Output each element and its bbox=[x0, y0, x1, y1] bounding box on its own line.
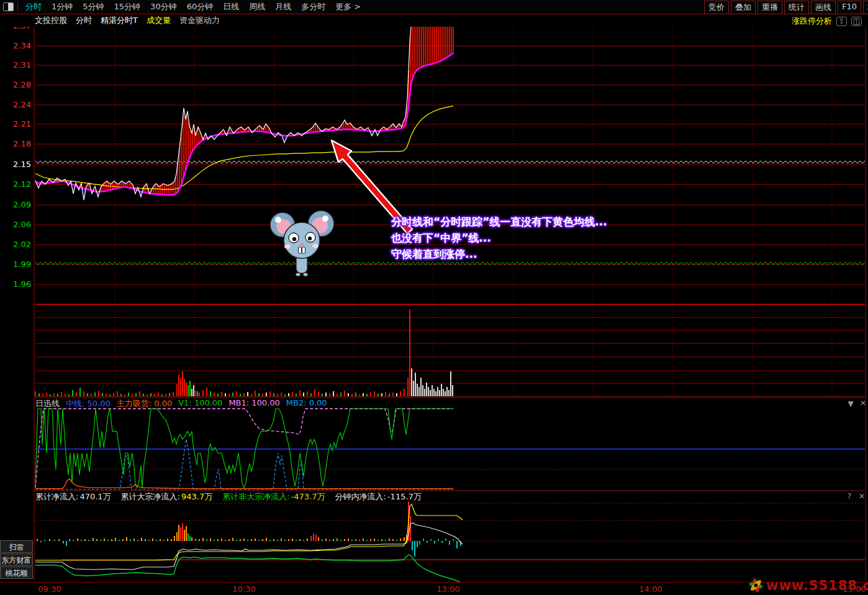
annotation-line: 也没有下“中界”线... bbox=[391, 230, 607, 246]
toolbar2-items: 文投控股分时精湛分时T成交量资金驱动力 bbox=[26, 15, 220, 26]
top-menu-right-item[interactable]: 画线 bbox=[811, 1, 836, 14]
top-menu-left: 分时1分钟5分钟15分钟30分钟60分钟日线周线月线多分时更多 > bbox=[20, 1, 366, 12]
bottom-tab-list: 扫雷东方财富桃花顺 bbox=[0, 540, 34, 579]
flow-stat-label: 累计净流入: bbox=[35, 492, 78, 501]
flow-stat: 累计大宗净流入:943.7万 bbox=[121, 491, 214, 501]
flow-stat-value: 943.7万 bbox=[181, 492, 212, 501]
indicator-name[interactable]: 日迅线 bbox=[35, 398, 60, 408]
indicator-panel-header: 日迅线 中线: 50.00主力吸货: 0.00V1: 100.00MB1: 10… bbox=[35, 398, 340, 408]
toolbar2-item[interactable]: 成交量 bbox=[147, 15, 171, 26]
flow-stat-value: -115.7万 bbox=[387, 492, 422, 501]
price-axis-label: 2.06 bbox=[0, 220, 31, 229]
chart-canvas[interactable] bbox=[0, 0, 868, 595]
toolbar2-item[interactable]: 精湛分时T bbox=[101, 15, 138, 26]
price-axis-label: 2.21 bbox=[0, 119, 31, 129]
flow-stat-label: 分钟内净流入: bbox=[335, 492, 386, 501]
app-window-icon[interactable] bbox=[3, 2, 14, 11]
flow-stat-label: 累计非大宗净流入: bbox=[222, 492, 289, 501]
bottom-tab[interactable]: 东方财富 bbox=[0, 553, 33, 566]
time-axis-label: 13:00 bbox=[436, 584, 459, 594]
price-axis-label: 2.28 bbox=[0, 80, 31, 89]
flow-stat: 累计非大宗净流入:-473.7万 bbox=[222, 491, 326, 501]
watermark: www.55188.com bbox=[748, 577, 868, 594]
app-window: 分时1分钟5分钟15分钟30分钟60分钟日线周线月线多分时更多 > 竞价叠加重播… bbox=[0, 0, 868, 595]
top-menu-right-item[interactable]: 统计 bbox=[784, 1, 809, 14]
annotation-text: 分时线和“分时跟踪”线一直没有下黄色均线... 也没有下“中界”线... 守候着… bbox=[391, 214, 607, 262]
bottom-tab[interactable]: 桃花顺 bbox=[0, 566, 33, 579]
indicator-param[interactable]: 中线: 50.00 bbox=[66, 398, 111, 408]
annotation-line: 分时线和“分时跟踪”线一直没有下黄色均线... bbox=[391, 214, 607, 230]
flow-stat: 分钟内净流入:-115.7万 bbox=[335, 491, 423, 501]
flow-stat-label: 累计大宗净流入: bbox=[121, 492, 180, 501]
toolbar2-item[interactable]: 文投控股 bbox=[35, 15, 67, 26]
top-menu-right-item[interactable]: 竞价 bbox=[704, 1, 729, 14]
price-axis-label: 2.34 bbox=[0, 41, 31, 50]
close-icon[interactable]: ✕ bbox=[857, 492, 866, 501]
top-menu-bar: 分时1分钟5分钟15分钟30分钟60分钟日线周线月线多分时更多 > 竞价叠加重播… bbox=[0, 0, 868, 14]
indicator-param[interactable]: 主力吸货: 0.00 bbox=[117, 398, 172, 408]
help-icon[interactable]: ? bbox=[845, 492, 854, 501]
annotation-line: 守候着直到涨停... bbox=[391, 246, 607, 262]
time-axis-label: 09:30 bbox=[38, 584, 61, 594]
price-axis-label: 2.31 bbox=[0, 60, 31, 70]
top-menu-item[interactable]: 月线 bbox=[270, 1, 296, 12]
price-axis-label: 2.24 bbox=[0, 100, 31, 109]
limit-analysis-link[interactable]: 涨跌停分析 bbox=[792, 16, 832, 27]
flow-stat: 累计净流入:470.1万 bbox=[35, 491, 112, 501]
flow-panel-header: 累计净流入:470.1万累计大宗净流入:943.7万累计非大宗净流入:-473.… bbox=[35, 491, 432, 501]
top-menu-right: 竞价叠加重播统计画线F10标记+自选 bbox=[702, 1, 868, 14]
flow-stat-value: 470.1万 bbox=[79, 492, 111, 501]
close-icon[interactable]: ✕ bbox=[859, 399, 867, 407]
price-axis-label: 2.09 bbox=[0, 200, 31, 209]
top-menu-item[interactable]: 60分钟 bbox=[182, 1, 219, 12]
flow-stat-value: -473.7万 bbox=[291, 492, 325, 501]
time-axis: 09:3010:3013:0014:0015:00 bbox=[0, 582, 868, 595]
top-menu-item[interactable]: 日线 bbox=[218, 1, 244, 12]
chevron-down-icon[interactable]: ▼ bbox=[846, 399, 855, 408]
top-menu-item[interactable]: 分时 bbox=[20, 1, 47, 12]
price-axis-label: 1.99 bbox=[0, 260, 31, 269]
top-menu-right-item[interactable]: 标记 bbox=[863, 1, 868, 14]
top-menu-item[interactable]: 1分钟 bbox=[47, 1, 78, 12]
top-menu-item[interactable]: 更多 > bbox=[330, 1, 366, 12]
watermark-text: www.55188.com bbox=[766, 578, 868, 593]
price-axis-label: 2.12 bbox=[0, 179, 31, 189]
watermark-logo-icon bbox=[748, 577, 764, 594]
top-menu-right-item[interactable]: F10 bbox=[838, 1, 861, 14]
toolbar2-item[interactable]: 分时 bbox=[76, 15, 92, 26]
price-axis-label: 2.02 bbox=[0, 240, 31, 249]
divider bbox=[17, 2, 18, 12]
indicator-toolbar: 文投控股分时精湛分时T成交量资金驱动力 涨跌停分析 ⇧ ◫ bbox=[0, 14, 868, 27]
bottom-tab[interactable]: 扫雷 bbox=[0, 540, 33, 553]
up-arrow-icon[interactable]: ⇧ bbox=[836, 17, 847, 26]
indicator-params: 中线: 50.00主力吸货: 0.00V1: 100.00MB1: 100.00… bbox=[66, 398, 333, 408]
time-axis-label: 14:00 bbox=[639, 584, 662, 594]
price-axis-label: 1.96 bbox=[0, 279, 31, 289]
indicator-param[interactable]: V1: 100.00 bbox=[178, 398, 222, 408]
price-axis-label: 2.18 bbox=[0, 139, 31, 148]
top-menu-item[interactable]: 5分钟 bbox=[78, 1, 109, 12]
top-menu-right-item[interactable]: 重播 bbox=[757, 1, 782, 14]
toolbar2-item[interactable]: 资金驱动力 bbox=[179, 15, 220, 26]
top-menu-item[interactable]: 周线 bbox=[244, 1, 270, 12]
top-menu-item[interactable]: 30分钟 bbox=[145, 1, 182, 12]
top-menu-item[interactable]: 15分钟 bbox=[109, 1, 146, 12]
indicator-param[interactable]: MB1: 100.00 bbox=[228, 398, 279, 408]
top-menu-item[interactable]: 多分时 bbox=[296, 1, 330, 12]
time-axis-label: 10:30 bbox=[232, 584, 255, 594]
indicator-param[interactable]: MB2: 0.00 bbox=[286, 398, 327, 408]
panel-icon[interactable]: ◫ bbox=[851, 17, 862, 26]
price-axis-label: 2.15 bbox=[0, 160, 31, 169]
top-menu-right-item[interactable]: 叠加 bbox=[731, 1, 756, 14]
